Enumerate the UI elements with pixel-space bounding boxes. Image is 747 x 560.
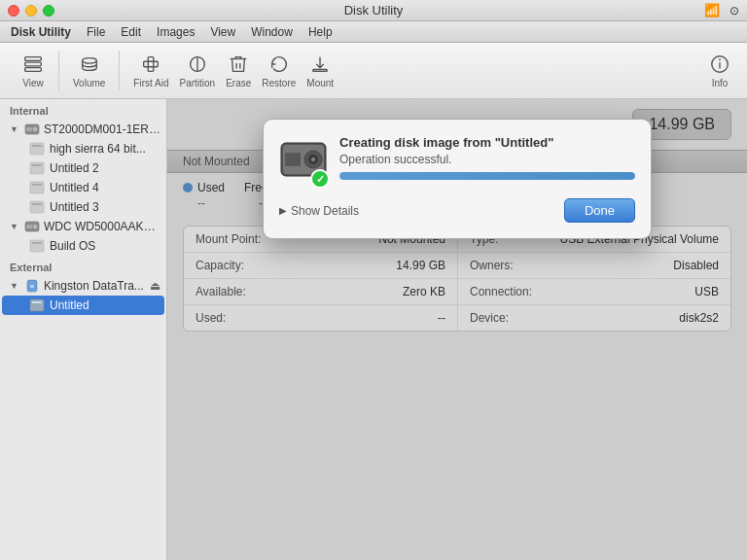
svg-point-3 [82, 58, 96, 64]
restore-label: Restore [262, 78, 296, 88]
menu-bar: Disk Utility File Edit Images View Windo… [0, 21, 747, 43]
dialog-text-area: Creating disk image from "Untitled" Oper… [339, 135, 635, 187]
first-aid-icon [139, 52, 162, 76]
wifi-icon: 📶 [704, 3, 720, 18]
svg-rect-8 [313, 70, 328, 72]
sidebar-item-untitled-ext[interactable]: Untitled [2, 296, 164, 315]
volume-label: Volume [73, 78, 105, 88]
svg-rect-2 [25, 68, 42, 72]
show-details-button[interactable]: ▶ Show Details [279, 204, 359, 218]
sidebar-item-buildos[interactable]: Build OS [2, 236, 164, 256]
svg-rect-26 [30, 240, 44, 252]
mount-button[interactable]: Mount [302, 51, 338, 90]
sidebar-item-high-sierra[interactable]: high sierra 64 bit... [2, 139, 164, 158]
view-icon [21, 52, 45, 76]
title-bar-right: 📶 ⊙ [704, 3, 739, 18]
info-icon [708, 52, 731, 76]
high-sierra-label: high sierra 64 bit... [50, 142, 146, 156]
dialog-footer: ▶ Show Details Done [279, 198, 635, 223]
svg-rect-18 [32, 164, 42, 166]
volume-icon [29, 238, 45, 254]
volume-icon [78, 52, 101, 76]
restore-button[interactable]: Restore [258, 51, 300, 90]
window-controls[interactable] [8, 5, 54, 17]
partition-label: Partition [179, 78, 215, 88]
menu-help[interactable]: Help [302, 23, 339, 41]
window-title: Disk Utility [344, 3, 404, 18]
kingston-label: Kingston DataTra... [44, 279, 144, 293]
menu-edit[interactable]: Edit [114, 23, 148, 41]
untitled2-label: Untitled 2 [50, 161, 99, 175]
erase-label: Erase [226, 78, 251, 88]
view-button[interactable]: View [18, 51, 49, 90]
untitled4-label: Untitled 4 [50, 181, 99, 194]
disk-icon [24, 219, 40, 234]
eject-icon[interactable]: ⏏ [150, 279, 160, 293]
success-badge: ✓ [310, 169, 330, 189]
mount-label: Mount [306, 78, 334, 88]
minimize-button[interactable] [25, 5, 37, 17]
first-aid-button[interactable]: First Aid [129, 51, 172, 90]
show-details-label: Show Details [291, 204, 359, 218]
toolbar-volume-group: Volume [59, 51, 120, 90]
volume-icon [29, 180, 45, 195]
dialog-icon-area: ✓ [279, 135, 328, 187]
sidebar-item-untitled4[interactable]: Untitled 4 [2, 178, 164, 197]
wdc-label: WDC WD5000AAKX... [44, 220, 160, 233]
volume-small-icon [29, 298, 45, 313]
svg-rect-31 [32, 301, 42, 303]
svg-rect-30 [30, 299, 44, 311]
dialog: ✓ Creating disk image from "Untitled" Op… [263, 119, 652, 239]
erase-button[interactable]: Erase [222, 51, 255, 90]
sidebar-item-wdc[interactable]: ▼ WDC WD5000AAKX... [2, 217, 164, 236]
sidebar-item-st2000[interactable]: ▼ ST2000DM001-1ER1... [2, 120, 164, 139]
internal-section-label: Internal [0, 99, 166, 120]
svg-rect-27 [32, 242, 42, 244]
menu-disk-utility[interactable]: Disk Utility [4, 23, 78, 41]
maximize-button[interactable] [43, 5, 54, 17]
chevron-right-icon: ▶ [279, 205, 287, 216]
svg-rect-1 [25, 62, 42, 66]
menu-view[interactable]: View [203, 23, 242, 41]
menu-file[interactable]: File [80, 23, 112, 41]
svg-point-13 [32, 127, 37, 132]
chevron-icon: ▼ [10, 222, 18, 231]
title-bar: Disk Utility 📶 ⊙ [0, 0, 747, 21]
svg-rect-21 [30, 201, 44, 213]
partition-icon [186, 52, 209, 76]
chevron-icon: ▼ [10, 281, 18, 291]
svg-rect-5 [144, 61, 159, 67]
restore-icon [267, 52, 291, 76]
view-label: View [22, 78, 44, 88]
partition-button[interactable]: Partition [175, 51, 219, 90]
mount-icon [308, 52, 332, 76]
svg-rect-20 [32, 184, 42, 186]
chevron-icon: ▼ [10, 124, 18, 134]
close-button[interactable] [8, 5, 19, 17]
svg-rect-16 [32, 145, 42, 147]
dialog-header: ✓ Creating disk image from "Untitled" Op… [279, 135, 635, 187]
info-button[interactable]: Info [700, 51, 739, 90]
menu-images[interactable]: Images [150, 23, 201, 41]
sidebar-item-untitled3[interactable]: Untitled 3 [2, 197, 164, 217]
volume-icon [29, 141, 45, 157]
sidebar: Internal ▼ ST2000DM001-1ER1... high sier… [0, 99, 167, 560]
svg-rect-19 [30, 182, 44, 193]
buildos-label: Build OS [50, 239, 95, 253]
done-button[interactable]: Done [564, 198, 635, 223]
external-section-label: External [0, 256, 166, 276]
untitled-ext-label: Untitled [50, 298, 89, 312]
sidebar-item-untitled2[interactable]: Untitled 2 [2, 158, 164, 178]
sidebar-item-kingston[interactable]: ▼ Kingston DataTra... ⏏ [2, 276, 164, 296]
svg-rect-0 [25, 57, 42, 61]
svg-rect-14 [26, 127, 32, 131]
volume-button[interactable]: Volume [69, 51, 109, 90]
dialog-progress-bar [339, 172, 635, 180]
svg-rect-4 [149, 57, 155, 72]
menu-window[interactable]: Window [244, 23, 300, 41]
volume-icon [29, 199, 45, 215]
svg-point-24 [32, 225, 37, 229]
erase-icon [227, 52, 250, 76]
st2000-label: ST2000DM001-1ER1... [44, 122, 160, 136]
usb-drive-icon [24, 278, 40, 294]
